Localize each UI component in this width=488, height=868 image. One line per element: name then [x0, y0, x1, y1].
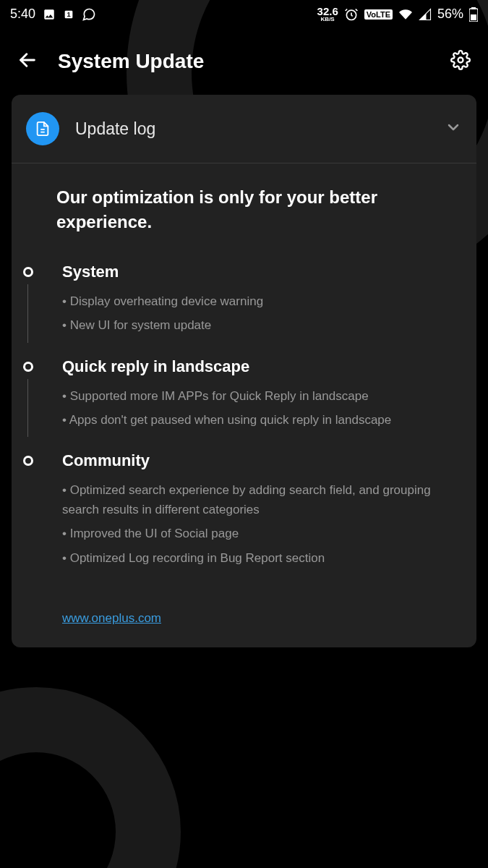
whatsapp-icon	[82, 7, 96, 22]
section-marker-icon	[23, 267, 33, 277]
back-button[interactable]	[17, 50, 38, 73]
battery-percent: 56%	[437, 7, 463, 22]
section-item: • Improved the UI of Social page	[62, 524, 462, 543]
svg-rect-4	[471, 7, 476, 9]
section-item: • Display overheating device warning	[62, 292, 462, 311]
svg-text:1: 1	[67, 11, 70, 18]
chevron-down-icon	[445, 119, 462, 139]
status-bar: 5:40 1 32.6 KB/S VoLTE 56%	[0, 0, 488, 28]
svg-point-7	[458, 58, 463, 63]
section-title: Community	[62, 451, 462, 470]
section-quick-reply: Quick reply in landscape • Supported mor…	[62, 357, 462, 430]
update-card: Update log Our optimization is only for …	[12, 95, 476, 647]
wifi-icon	[398, 8, 413, 21]
section-title: System	[62, 263, 462, 281]
section-marker-icon	[23, 362, 33, 372]
section-marker-icon	[23, 456, 33, 466]
section-community: Community • Optimized search experience …	[62, 451, 462, 568]
update-log-header[interactable]: Update log	[12, 95, 476, 163]
svg-rect-5	[471, 14, 476, 20]
log-icon	[26, 112, 59, 145]
section-item: • Supported more IM APPs for Quick Reply…	[62, 386, 462, 406]
section-system: System • Display overheating device warn…	[62, 263, 462, 335]
image-icon	[43, 8, 56, 21]
main-heading: Our optimization is only for your better…	[56, 185, 462, 234]
network-speed: 32.6 KB/S	[317, 6, 338, 22]
section-item: • Optimized Log recording in Bug Report …	[62, 548, 462, 568]
oneplus-link[interactable]: www.oneplus.com	[62, 611, 161, 626]
notification-icon: 1	[63, 9, 74, 20]
volte-badge: VoLTE	[364, 9, 393, 20]
section-item: • Apps don't get paused when using quick…	[62, 410, 462, 430]
alarm-icon	[344, 7, 359, 22]
settings-button[interactable]	[450, 50, 471, 73]
battery-icon	[469, 7, 478, 22]
status-time: 5:40	[10, 7, 35, 22]
section-item: • Optimized search experience by adding …	[62, 480, 462, 519]
update-log-title: Update log	[75, 119, 445, 139]
page-title: System Update	[58, 50, 204, 73]
app-header: System Update	[0, 28, 488, 95]
section-item: • New UI for system update	[62, 315, 462, 335]
signal-icon	[419, 8, 432, 21]
section-title: Quick reply in landscape	[62, 357, 462, 376]
